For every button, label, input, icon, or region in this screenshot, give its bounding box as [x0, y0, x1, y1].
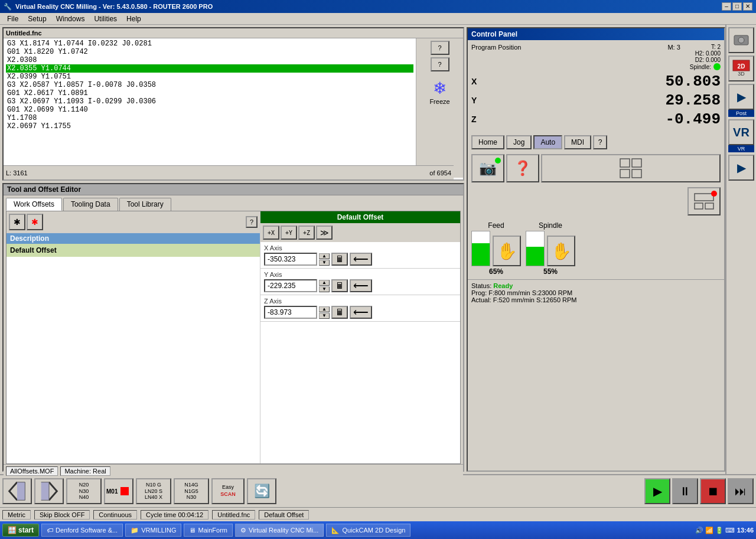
x-action-btn[interactable]: ⟵ [350, 253, 372, 266]
pause-icon: ⏸ [679, 485, 691, 498]
mode-jog-btn[interactable]: Jog [506, 135, 532, 149]
y-action-btn[interactable]: ⟵ [350, 279, 372, 292]
minimize-button[interactable]: – [722, 2, 731, 11]
offset-more-btn[interactable]: ≫ [316, 226, 333, 240]
cycle-btn[interactable]: N20 N30 N40 [66, 478, 102, 504]
code-line: G3 X2.0587 Y1.0857 I-0.0078 J0.0358 [6, 81, 413, 89]
easy-scan-btn[interactable]: Easy SCAN [211, 478, 245, 504]
back-btn[interactable] [2, 478, 32, 504]
menu-windows[interactable]: Windows [51, 14, 90, 24]
taskbar-quickcam[interactable]: 📐 QuickCAM 2D Design [326, 524, 410, 537]
menu-utilities[interactable]: Utilities [89, 14, 122, 24]
tab-tooling-data[interactable]: Tooling Data [63, 198, 118, 211]
z-calc-btn[interactable]: 🖩 [331, 306, 348, 319]
z-inc-btn[interactable]: ▲ [319, 306, 330, 312]
taskbar-denford[interactable]: 🏷 Denford Software &... [41, 524, 123, 537]
camera-button[interactable]: 📷 [471, 154, 504, 182]
m01-btn[interactable]: M01 [104, 478, 133, 504]
mode-home-btn[interactable]: Home [471, 135, 504, 149]
help-button-2[interactable]: ? [431, 57, 449, 71]
tray-icons: 🔊 📶 🔋 ⌨ [695, 527, 735, 534]
question-button[interactable]: ❓ [506, 154, 539, 182]
offset-y-btn[interactable]: +Y [281, 226, 297, 240]
menu-help[interactable]: Help [122, 14, 146, 24]
x-axis-input[interactable] [264, 253, 317, 266]
clock: 13:46 [737, 527, 754, 534]
control-panel: Control Panel Program Position M: 3 T: 2… [467, 27, 725, 472]
spindle-indicator [713, 63, 721, 70]
z-axis-input[interactable] [264, 306, 317, 319]
mode-auto-btn[interactable]: Auto [533, 135, 562, 149]
fr-btn-vr[interactable]: VR [728, 119, 754, 145]
fr-btn-post[interactable]: ▶ [728, 84, 754, 110]
fr-btn-2[interactable]: 2D 3D [728, 55, 754, 81]
post-label: Post [728, 110, 754, 117]
cnc-label: Virtual Reality CNC Mi... [249, 527, 318, 534]
status-value: Ready [493, 282, 513, 289]
total-lines: of 6954 [429, 169, 451, 177]
vrmilling-label: VRMILLING [141, 527, 176, 534]
cp-bottom-icon-btn[interactable] [687, 187, 721, 215]
title-bar: 🔧 Virtual Reality CNC Milling - Ver: 5.4… [0, 0, 756, 13]
x-inc-btn[interactable]: ▲ [319, 253, 330, 259]
fr-btn-5[interactable]: ▶ [728, 155, 754, 181]
rotate-btn[interactable]: 🔄 [247, 478, 276, 504]
x-axis-label: X Axis [264, 244, 457, 251]
z-dec-btn[interactable]: ▼ [319, 313, 330, 319]
taskbar-mainform[interactable]: 🖥 MainForm [184, 524, 233, 537]
tool-help-btn[interactable]: ? [246, 216, 258, 228]
y-calc-btn[interactable]: 🖩 [331, 279, 348, 292]
code-bottom-bar: L: 3161 of 6954 [4, 165, 454, 179]
tool-btn-cross[interactable]: ✱ [27, 214, 43, 230]
n10-text: N10 G LN20 S LN40 X [145, 482, 162, 501]
tool-desc-header: Description [6, 233, 260, 244]
n14-btn[interactable]: N14G N1G5 N30 [174, 478, 209, 504]
tool-btn-wrench[interactable]: ✱ [9, 214, 25, 230]
grid-view-button[interactable] [541, 154, 721, 182]
x-dec-btn[interactable]: ▼ [319, 260, 330, 266]
y-axis-input[interactable] [264, 279, 317, 292]
y-dec-btn[interactable]: ▼ [319, 286, 330, 292]
start-button[interactable]: 🪟 start [2, 524, 39, 537]
feed-control-btn[interactable]: ✋ [493, 236, 521, 266]
feed-label: Feed [488, 221, 504, 230]
taskbar-cnc-milling[interactable]: ⚙ Virtual Reality CNC Mi... [235, 524, 324, 537]
stop-btn[interactable]: ⏹ [700, 478, 726, 504]
spindle-bar-container [526, 231, 545, 266]
menu-setup[interactable]: Setup [23, 14, 51, 24]
offset-x-btn[interactable]: +X [263, 226, 279, 240]
app-icon: 🔧 [4, 3, 12, 11]
m01-text: M01 [106, 488, 118, 495]
close-button[interactable]: ✕ [743, 2, 752, 11]
tab-tool-library[interactable]: Tool Library [119, 198, 171, 211]
maximize-button[interactable]: □ [732, 2, 742, 11]
fr-btn-1[interactable] [728, 27, 754, 53]
pause-btn[interactable]: ⏸ [672, 478, 698, 504]
code-line: X2.0308 [6, 56, 413, 64]
taskbar-vrmilling[interactable]: 📁 VRMILLING [125, 524, 181, 537]
spindle-control-btn[interactable]: ✋ [547, 236, 575, 266]
offset-z-btn[interactable]: +Z [298, 226, 315, 240]
quickcam-label: QuickCAM 2D Design [342, 527, 405, 534]
menu-bar: File Setup Windows Utilities Help [0, 13, 756, 25]
mode-help-btn[interactable]: ? [593, 135, 607, 149]
forward-btn[interactable] [34, 478, 64, 504]
tool-desc-list[interactable] [6, 257, 260, 462]
step-btn[interactable]: ⏭ [728, 478, 754, 504]
n10-btn[interactable]: N10 G LN20 S LN40 X [136, 478, 171, 504]
sb-skip-block: Skip Block OFF [34, 510, 90, 520]
x-calc-btn[interactable]: 🖩 [331, 253, 348, 266]
actual-info: Actual: F:520 mm/min S:12650 RPM [471, 296, 721, 303]
m-value: M: 3 T: 2 H2: 0.000 D2: 0.000 Spindle: [667, 44, 721, 70]
menu-file[interactable]: File [2, 14, 23, 24]
code-line: G01 X2.0617 Y1.0891 [6, 89, 413, 97]
window-controls[interactable]: – □ ✕ [722, 2, 752, 11]
help-button-1[interactable]: ? [431, 41, 449, 55]
play-btn[interactable]: ▶ [644, 478, 670, 504]
tab-work-offsets[interactable]: Work Offsets [6, 198, 62, 211]
code-content[interactable]: G3 X1.8174 Y1.0744 I0.0232 J0.0281 G01 X… [4, 38, 416, 166]
mode-mdi-btn[interactable]: MDI [564, 135, 591, 149]
tool-icon [732, 31, 751, 50]
y-inc-btn[interactable]: ▲ [319, 280, 330, 286]
z-action-btn[interactable]: ⟵ [350, 306, 372, 319]
